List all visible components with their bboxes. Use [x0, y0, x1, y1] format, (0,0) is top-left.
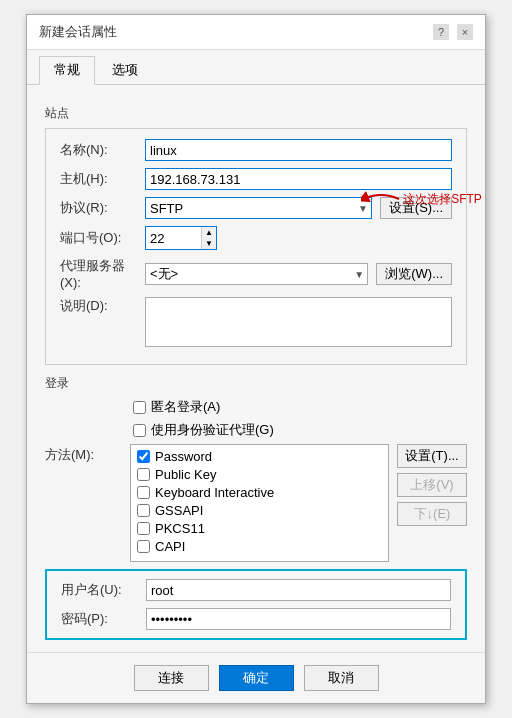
method-pkcs11: PKCS11: [137, 521, 382, 536]
dialog-title: 新建会话属性: [39, 23, 117, 41]
title-bar: 新建会话属性 ? ×: [27, 15, 485, 50]
method-capi-checkbox[interactable]: [137, 540, 150, 553]
port-spinners: ▲ ▼: [201, 227, 216, 249]
anonymous-label[interactable]: 匿名登录(A): [151, 398, 220, 416]
protocol-select-wrapper: SFTP FTP SCP SFTP+FTP Serial ▼: [145, 197, 372, 219]
method-publickey: Public Key: [137, 467, 382, 482]
agent-label[interactable]: 使用身份验证代理(G): [151, 421, 274, 439]
port-row: 端口号(O): ▲ ▼: [60, 226, 452, 250]
credentials-section: 用户名(U): 密码(P):: [45, 569, 467, 640]
method-row: 方法(M): Password Public Key Keyboard Inte…: [45, 444, 467, 562]
method-settings-button[interactable]: 设置(T)...: [397, 444, 467, 468]
port-input-wrapper: ▲ ▼: [145, 226, 217, 250]
connect-button[interactable]: 连接: [134, 665, 209, 691]
name-label: 名称(N):: [60, 141, 145, 159]
station-section-label: 站点: [45, 105, 467, 122]
port-label: 端口号(O):: [60, 229, 145, 247]
cancel-button[interactable]: 取消: [304, 665, 379, 691]
proxy-select-wrapper: <无> ▼: [145, 263, 368, 285]
protocol-settings-button[interactable]: 设置(S)...: [380, 197, 452, 219]
protocol-label: 协议(R):: [60, 199, 145, 217]
dialog: 新建会话属性 ? × 常规 选项 站点 名称(N): 主机(H):: [26, 14, 486, 704]
agent-row: 使用身份验证代理(G): [133, 421, 467, 439]
password-label: 密码(P):: [61, 610, 146, 628]
footer: 连接 确定 取消: [27, 652, 485, 703]
anonymous-checkbox[interactable]: [133, 401, 146, 414]
protocol-select[interactable]: SFTP FTP SCP SFTP+FTP Serial: [145, 197, 372, 219]
method-label: 方法(M):: [45, 444, 130, 464]
method-password: Password: [137, 449, 382, 464]
login-section-label: 登录: [45, 375, 467, 392]
method-keyboard: Keyboard Interactive: [137, 485, 382, 500]
tab-bar: 常规 选项: [27, 50, 485, 85]
host-label: 主机(H):: [60, 170, 145, 188]
method-password-checkbox[interactable]: [137, 450, 150, 463]
desc-label: 说明(D):: [60, 297, 145, 315]
port-down-button[interactable]: ▼: [202, 238, 216, 249]
proxy-select[interactable]: <无>: [145, 263, 368, 285]
method-up-button[interactable]: 上移(V): [397, 473, 467, 497]
tab-general[interactable]: 常规: [39, 56, 95, 85]
name-row: 名称(N):: [60, 139, 452, 161]
proxy-row: 代理服务器(X): <无> ▼ 浏览(W)...: [60, 257, 452, 290]
help-button[interactable]: ?: [433, 24, 449, 40]
method-gssapi-checkbox[interactable]: [137, 504, 150, 517]
name-input[interactable]: [145, 139, 452, 161]
tab-options[interactable]: 选项: [97, 56, 153, 84]
method-publickey-checkbox[interactable]: [137, 468, 150, 481]
username-row: 用户名(U):: [61, 579, 451, 601]
method-keyboard-label: Keyboard Interactive: [155, 485, 274, 500]
station-section: 名称(N): 主机(H): 协议(R): SFTP FTP SCP SFTP+F…: [45, 128, 467, 365]
method-buttons: 设置(T)... 上移(V) 下↓(E): [397, 444, 467, 526]
method-down-button[interactable]: 下↓(E): [397, 502, 467, 526]
method-keyboard-checkbox[interactable]: [137, 486, 150, 499]
username-label: 用户名(U):: [61, 581, 146, 599]
port-up-button[interactable]: ▲: [202, 227, 216, 238]
method-capi: CAPI: [137, 539, 382, 554]
password-input[interactable]: [146, 608, 451, 630]
proxy-browse-button[interactable]: 浏览(W)...: [376, 263, 452, 285]
method-gssapi: GSSAPI: [137, 503, 382, 518]
method-gssapi-label: GSSAPI: [155, 503, 203, 518]
agent-checkbox[interactable]: [133, 424, 146, 437]
password-row: 密码(P):: [61, 608, 451, 630]
content-area: 站点 名称(N): 主机(H): 协议(R): SFTP FTP SCP: [27, 85, 485, 652]
host-row: 主机(H):: [60, 168, 452, 190]
method-capi-label: CAPI: [155, 539, 185, 554]
desc-row: 说明(D):: [60, 297, 452, 347]
username-input[interactable]: [146, 579, 451, 601]
method-publickey-label: Public Key: [155, 467, 216, 482]
title-controls: ? ×: [433, 24, 473, 40]
desc-textarea[interactable]: [145, 297, 452, 347]
login-section: 登录 匿名登录(A) 使用身份验证代理(G) 方法(M): Password: [45, 375, 467, 640]
protocol-row: 协议(R): SFTP FTP SCP SFTP+FTP Serial ▼: [60, 197, 452, 219]
close-button[interactable]: ×: [457, 24, 473, 40]
method-pkcs11-label: PKCS11: [155, 521, 205, 536]
port-input[interactable]: [146, 227, 201, 249]
method-pkcs11-checkbox[interactable]: [137, 522, 150, 535]
method-password-label: Password: [155, 449, 212, 464]
anonymous-row: 匿名登录(A): [133, 398, 467, 416]
proxy-label: 代理服务器(X):: [60, 257, 145, 290]
host-input[interactable]: [145, 168, 452, 190]
method-list: Password Public Key Keyboard Interactive…: [130, 444, 389, 562]
confirm-button[interactable]: 确定: [219, 665, 294, 691]
